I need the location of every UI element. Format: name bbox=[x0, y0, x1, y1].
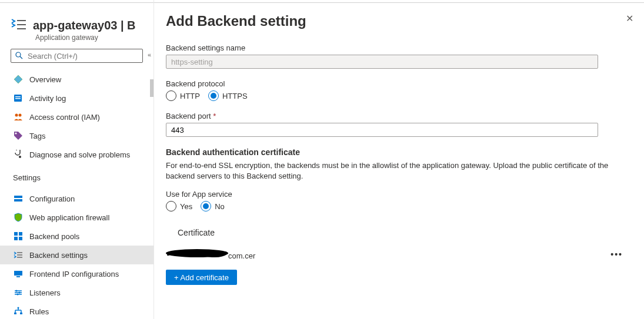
auth-cert-header: Backend authentication certificate bbox=[166, 147, 637, 157]
sidebar-item-label: Listeners bbox=[29, 288, 61, 297]
config-icon bbox=[13, 193, 24, 204]
waf-icon bbox=[13, 212, 24, 223]
settings-section-header: Settings bbox=[0, 164, 154, 186]
sidebar-item-backend-pools[interactable]: Backend pools bbox=[0, 227, 154, 246]
sidebar-item-label: Activity log bbox=[29, 94, 66, 103]
overview-icon bbox=[13, 74, 24, 85]
svg-point-27 bbox=[19, 292, 21, 294]
svg-point-11 bbox=[19, 156, 21, 158]
resource-type-label: Application gateway bbox=[0, 33, 154, 42]
search-input[interactable] bbox=[11, 49, 143, 63]
svg-rect-14 bbox=[14, 232, 18, 236]
appsvc-yes-label: Yes bbox=[180, 202, 192, 211]
svg-rect-13 bbox=[14, 199, 22, 202]
sidebar-item-rules[interactable]: Rules bbox=[0, 302, 154, 319]
sidebar-item-frontend-ip-configurations[interactable]: Frontend IP configurations bbox=[0, 264, 154, 283]
tags-icon bbox=[13, 130, 24, 141]
appsvc-yes-radio[interactable]: Yes bbox=[166, 201, 192, 211]
add-certificate-button[interactable]: + Add certificate bbox=[166, 270, 237, 285]
sidebar-item-configuration[interactable]: Configuration bbox=[0, 189, 154, 208]
svg-point-10 bbox=[15, 133, 17, 135]
backend-name-label: Backend settings name bbox=[166, 43, 637, 52]
close-icon[interactable]: ✕ bbox=[626, 13, 633, 24]
svg-rect-17 bbox=[19, 237, 22, 240]
left-panel: app-gateway03 | B Application gateway « … bbox=[0, 0, 154, 319]
panel-title: Add Backend setting bbox=[166, 13, 637, 29]
certificate-row: com.cer ••• bbox=[166, 242, 637, 266]
sidebar-item-activity-log[interactable]: Activity log bbox=[0, 89, 154, 108]
sidebar-item-label: Web application firewall bbox=[29, 213, 109, 222]
svg-rect-16 bbox=[14, 237, 18, 240]
sidebar-item-label: Overview bbox=[29, 75, 61, 84]
sidebar-item-overview[interactable]: Overview bbox=[0, 70, 154, 89]
auth-cert-description: For end-to-end SSL encryption, the backe… bbox=[166, 160, 636, 182]
svg-rect-12 bbox=[14, 196, 22, 198]
backend-port-input[interactable] bbox=[166, 123, 598, 137]
sidebar-item-backend-settings[interactable]: Backend settings bbox=[0, 246, 154, 264]
app-service-label: Use for App service bbox=[166, 190, 637, 199]
backend-protocol-label: Backend protocol bbox=[166, 79, 637, 88]
protocol-https-radio[interactable]: HTTPS bbox=[208, 90, 248, 101]
bsettings-icon bbox=[13, 250, 24, 260]
svg-rect-34 bbox=[14, 313, 16, 314]
sidebar-item-label: Backend pools bbox=[29, 232, 79, 241]
sidebar-item-listeners[interactable]: Listeners bbox=[0, 283, 154, 302]
diagnose-icon bbox=[13, 149, 24, 160]
svg-point-3 bbox=[16, 52, 21, 57]
scrollbar[interactable] bbox=[150, 79, 154, 97]
sidebar-item-access-control-iam-[interactable]: Access control (IAM) bbox=[0, 108, 154, 126]
svg-point-26 bbox=[16, 290, 18, 292]
backend-name-input bbox=[166, 55, 598, 69]
svg-point-8 bbox=[15, 114, 18, 117]
sidebar-item-label: Access control (IAM) bbox=[29, 113, 100, 122]
iam-icon bbox=[13, 112, 24, 122]
certificate-more-icon[interactable]: ••• bbox=[610, 250, 623, 259]
rules-icon bbox=[13, 306, 24, 317]
sidebar-item-label: Configuration bbox=[29, 194, 75, 203]
collapse-sidebar-button[interactable]: « bbox=[148, 51, 151, 58]
search-icon bbox=[15, 52, 23, 61]
sidebar-item-label: Diagnose and solve problems bbox=[29, 150, 130, 159]
svg-point-9 bbox=[19, 114, 22, 117]
protocol-http-radio[interactable]: HTTP bbox=[166, 90, 200, 101]
sidebar-item-web-application-firewall[interactable]: Web application firewall bbox=[0, 208, 154, 227]
protocol-https-label: HTTPS bbox=[222, 92, 248, 100]
activity-icon bbox=[13, 93, 24, 103]
sidebar-item-label: Frontend IP configurations bbox=[29, 270, 119, 278]
listen-icon bbox=[13, 287, 24, 298]
svg-rect-21 bbox=[14, 271, 22, 276]
backend-port-label: Backend port * bbox=[166, 112, 637, 120]
certificate-filename: com.cer bbox=[166, 248, 255, 260]
frontend-icon bbox=[13, 268, 24, 279]
sidebar-item-diagnose-and-solve-problems[interactable]: Diagnose and solve problems bbox=[0, 145, 154, 164]
svg-point-28 bbox=[17, 294, 19, 296]
protocol-http-label: HTTP bbox=[180, 92, 200, 100]
bpool-icon bbox=[13, 231, 24, 241]
blade-panel: ✕ Add Backend setting Backend settings n… bbox=[154, 0, 644, 319]
svg-rect-6 bbox=[15, 96, 21, 98]
sidebar-item-label: Rules bbox=[29, 307, 49, 316]
redaction-mark bbox=[166, 248, 228, 256]
sidebar-item-tags[interactable]: Tags bbox=[0, 126, 154, 145]
svg-rect-35 bbox=[20, 313, 22, 314]
svg-point-33 bbox=[18, 307, 19, 309]
svg-rect-22 bbox=[16, 276, 20, 277]
svg-rect-15 bbox=[19, 232, 22, 236]
app-gateway-icon bbox=[11, 18, 27, 32]
sidebar-item-label: Tags bbox=[29, 132, 45, 140]
breadcrumb-title: app-gateway03 | B bbox=[33, 19, 136, 32]
svg-rect-7 bbox=[15, 98, 21, 99]
svg-line-4 bbox=[20, 56, 22, 59]
appsvc-no-label: No bbox=[215, 202, 225, 211]
certificate-section-header: Certificate bbox=[166, 222, 637, 242]
appsvc-no-radio[interactable]: No bbox=[201, 201, 225, 211]
sidebar-item-label: Backend settings bbox=[29, 251, 88, 260]
